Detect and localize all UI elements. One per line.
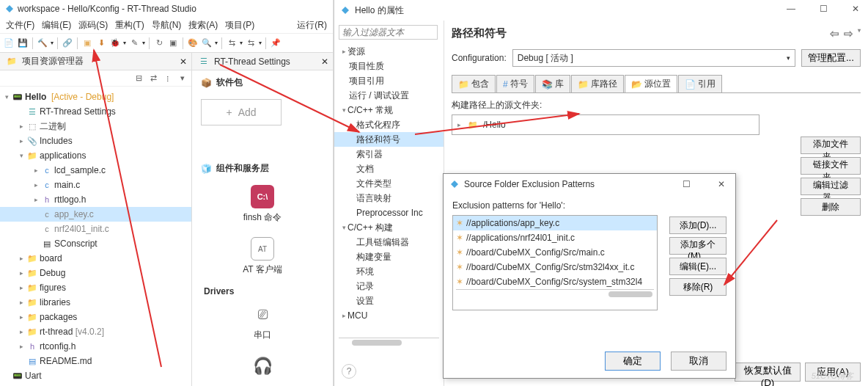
tree-packages[interactable]: ▸📁packages xyxy=(0,310,191,324)
tree-uart[interactable]: 📟Uart xyxy=(0,368,191,383)
close-icon[interactable]: ✕ xyxy=(180,57,187,67)
menu-edit[interactable]: 编辑(E) xyxy=(39,18,74,33)
tree-rtconfig[interactable]: ▸hrtconfig.h xyxy=(0,339,191,354)
menu-source[interactable]: 源码(S) xyxy=(76,18,111,33)
ptree-mcu[interactable]: ▸MCU xyxy=(334,308,444,323)
menu-file[interactable]: 文件(F) xyxy=(3,18,37,33)
tab-include[interactable]: 📁包含 xyxy=(452,75,496,92)
collapse-icon[interactable]: ⊟ xyxy=(133,73,144,84)
menu-refactor[interactable]: 重构(T) xyxy=(112,18,147,33)
filter-input[interactable] xyxy=(339,25,438,40)
dialog-scroll[interactable] xyxy=(456,289,654,299)
dlg-edit-button[interactable]: 编辑(E)... xyxy=(669,258,727,275)
menu-icon[interactable]: ▾ xyxy=(177,73,188,84)
ptree-log[interactable]: 记录 xyxy=(334,279,444,294)
tab-libpath[interactable]: 📁库路径 xyxy=(571,75,624,92)
tree-includes[interactable]: ▸📎Includes xyxy=(0,134,191,148)
tool2-icon[interactable]: ✎ xyxy=(128,37,140,49)
tree-rttlogo[interactable]: ▸hrttlogo.h xyxy=(0,192,191,207)
new-icon[interactable]: 📄 xyxy=(3,37,15,49)
menu-search[interactable]: 搜索(A) xyxy=(185,18,221,33)
add-folder-button[interactable]: 添加文件夹... xyxy=(801,136,861,154)
project-root[interactable]: ▾📟 Hello [Active - Debug] xyxy=(0,90,191,104)
pattern-item[interactable]: ✶//applications/nrf24l01_init.c xyxy=(453,230,657,245)
finsh-component[interactable]: C:\ finsh 命令 xyxy=(243,185,282,224)
palette-icon[interactable]: 🎨 xyxy=(187,37,199,49)
menu-run[interactable]: 运行(R) xyxy=(294,18,330,33)
ptree-tce[interactable]: 工具链编辑器 xyxy=(334,235,444,250)
close-icon[interactable]: ✕ xyxy=(321,57,328,67)
tree-figures[interactable]: ▸📁figures xyxy=(0,280,191,295)
tree-rt-thread[interactable]: ▸📁rt-thread [v4.0.2] xyxy=(0,324,191,339)
ptree-res[interactable]: ▸资源 xyxy=(334,44,444,59)
tree-sconscript[interactable]: ▤SConscript xyxy=(0,236,191,251)
restore-defaults-button[interactable]: 恢复默认值(D) xyxy=(735,363,801,382)
dlg-remove-button[interactable]: 移除(R) xyxy=(669,278,727,296)
link-folder-button[interactable]: 链接文件夹... xyxy=(801,157,861,175)
serial-component[interactable]: ⎚ 串口 xyxy=(251,302,274,341)
hammer-icon[interactable]: 🔨 xyxy=(37,37,48,49)
dlg-addmany-button[interactable]: 添加多个(M)... xyxy=(669,237,727,255)
tool3-icon[interactable]: ▣ xyxy=(167,37,179,49)
config-select[interactable]: Debug [ 活动 ]▾ xyxy=(512,49,795,67)
pattern-item[interactable]: ✶//board/CubeMX_Config/Src/stm32l4xx_it.… xyxy=(453,260,657,274)
ptree-ccgen[interactable]: ▾C/C++ 常规 xyxy=(334,103,444,117)
ptree-pre[interactable]: Preprocessor Inc xyxy=(334,205,444,220)
ptree-set[interactable]: 设置 xyxy=(334,294,444,308)
ptree-rundbg[interactable]: 运行 / 调试设置 xyxy=(334,88,444,103)
ptree-ccbuild[interactable]: ▾C/C++ 构建 xyxy=(334,220,444,235)
pin-icon[interactable]: 📌 xyxy=(270,37,282,49)
tree-rt-settings[interactable]: ☰RT-Thread Settings xyxy=(0,104,191,119)
bug-icon[interactable]: 🐞 xyxy=(109,37,121,49)
src-item[interactable]: ▸ 📁 /Hello xyxy=(455,118,756,131)
pattern-item[interactable]: ✶//board/CubeMX_Config/Src/main.c xyxy=(453,245,657,260)
ptree-ftype[interactable]: 文件类型 xyxy=(334,176,444,191)
link-icon[interactable]: 🔗 xyxy=(62,37,73,49)
maximize-icon[interactable]: ☐ xyxy=(814,1,833,16)
tab-symbols[interactable]: #符号 xyxy=(496,75,534,92)
ptree-idx[interactable]: 索引器 xyxy=(334,147,444,161)
tree-board[interactable]: ▸📁board xyxy=(0,251,191,266)
close-icon[interactable]: ✕ xyxy=(712,177,731,192)
link-editor-icon[interactable]: ⇄ xyxy=(147,73,159,84)
ptree-env[interactable]: 环境 xyxy=(334,264,444,279)
tab-lib[interactable]: 📚库 xyxy=(535,75,570,92)
tree-main-c[interactable]: ▸cmain.c xyxy=(0,178,191,192)
minimize-icon[interactable]: — xyxy=(781,1,801,16)
ptree-bvar[interactable]: 构建变量 xyxy=(334,250,444,264)
back-icon[interactable]: ⇦ xyxy=(830,27,839,40)
delete-button[interactable]: 删除 xyxy=(801,198,861,216)
maximize-icon[interactable]: ☐ xyxy=(677,177,696,192)
menu-navigate[interactable]: 导航(N) xyxy=(149,18,185,33)
tree-nrf-init[interactable]: cnrf24l01_init.c xyxy=(0,222,191,236)
fwd-icon[interactable]: ⇨ xyxy=(844,27,853,40)
cancel-button[interactable]: 取消 xyxy=(671,352,727,371)
edit-filter-button[interactable]: 编辑过滤器... xyxy=(801,178,861,195)
menu-project[interactable]: 项目(P) xyxy=(222,18,257,33)
ptree-nature[interactable]: 项目性质 xyxy=(334,59,444,73)
tool1-icon[interactable]: ▣ xyxy=(81,37,93,49)
at-component[interactable]: AT AT 客户端 xyxy=(243,237,282,276)
tab-refs[interactable]: 📄引用 xyxy=(678,75,722,92)
tree-debug[interactable]: ▸📁Debug xyxy=(0,266,191,280)
close-icon[interactable]: ✕ xyxy=(846,1,865,16)
help-icon[interactable]: ? xyxy=(342,364,356,379)
nav-icon[interactable]: ⇆ xyxy=(226,37,238,49)
save-icon[interactable]: 💾 xyxy=(17,37,29,49)
nav2-icon[interactable]: ⇆ xyxy=(245,37,257,49)
ptree-path[interactable]: 路径和符号 xyxy=(334,132,444,147)
ptree-lang[interactable]: 语言映射 xyxy=(334,191,444,205)
filter-icon[interactable]: ⫶ xyxy=(162,73,174,84)
sidebar-scroll[interactable] xyxy=(339,338,439,348)
ptree-fmt[interactable]: 格式化程序 xyxy=(334,117,444,132)
pattern-item[interactable]: ✶//board/CubeMX_Config/Src/system_stm32l… xyxy=(453,274,657,289)
tree-app-key[interactable]: capp_key.c xyxy=(0,207,191,222)
audio-component[interactable]: 🎧 xyxy=(251,354,274,378)
tab-source[interactable]: 📂源位置 xyxy=(625,75,677,92)
tree-binaries[interactable]: ▸⬚二进制 xyxy=(0,119,191,134)
sync-icon[interactable]: ↻ xyxy=(153,37,165,49)
pattern-item[interactable]: ✶//applications/app_key.c xyxy=(453,216,657,230)
tree-lcd-sample[interactable]: ▸clcd_sample.c xyxy=(0,163,191,178)
search-icon[interactable]: 🔍 xyxy=(201,37,213,49)
ptree-doc[interactable]: 文档 xyxy=(334,161,444,176)
